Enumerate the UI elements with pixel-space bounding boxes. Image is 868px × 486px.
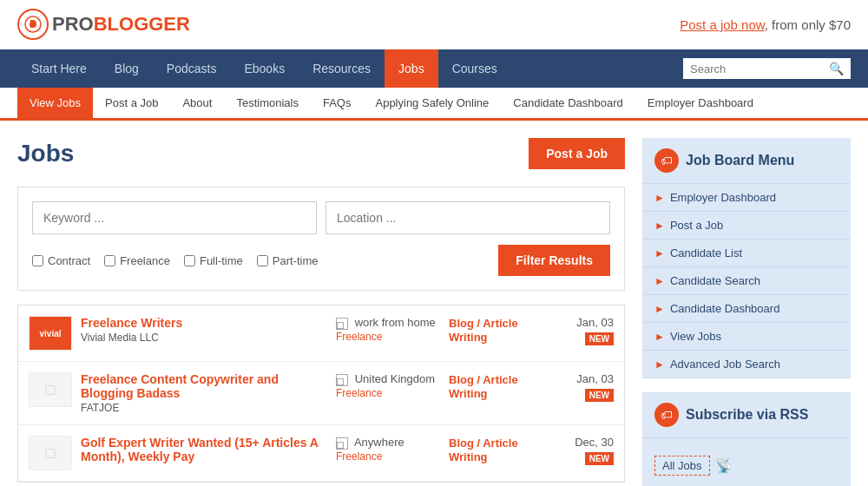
sidebar-link-employer-dashboard[interactable]: Employer Dashboard (670, 191, 776, 204)
sidebar-link-candidate-search[interactable]: Candidate Search (670, 274, 760, 287)
sub-nav-employer-dashboard[interactable]: Employer Dashboard (635, 88, 766, 118)
job-list: vivial Freelance Writers Vivial Media LL… (17, 305, 625, 483)
nav-item-start-here[interactable]: Start Here (17, 49, 101, 88)
location-icon-1: □ (336, 374, 348, 386)
job-title-0[interactable]: Freelance Writers (81, 316, 182, 330)
search-inputs (32, 201, 610, 234)
sidebar-item-post-a-job[interactable]: ► Post a Job (642, 212, 851, 240)
post-job-cta-link[interactable]: Post a job now (680, 17, 765, 32)
rss-header-icon: 🏷 (654, 403, 679, 427)
sidebar-link-candidate-dashboard[interactable]: Candidate Dashboard (670, 302, 779, 315)
main-search-box: 🔍 (683, 58, 851, 79)
job-date-2: Dec, 30 NEW (553, 436, 614, 465)
sub-nav: View Jobs Post a Job About Testimonials … (0, 88, 868, 121)
left-content: Jobs Post a Job Contract Freelance (17, 138, 625, 486)
job-category-link-1[interactable]: Blog / Article Writing (449, 373, 518, 400)
job-category-link-0[interactable]: Blog / Article Writing (449, 317, 518, 344)
logo-icon: P (17, 9, 49, 40)
arrow-icon-0: ► (654, 192, 665, 204)
main-nav: Start Here Blog Podcasts Ebooks Resource… (0, 49, 868, 88)
job-board-menu-icon: 🏷 (654, 148, 679, 173)
location-icon-0: □ (336, 318, 348, 330)
sidebar-link-candidate-list[interactable]: Candidate List (670, 246, 742, 259)
arrow-icon-5: ► (654, 331, 665, 343)
table-row: □ Golf Expert Writer Wanted (15+ Article… (18, 425, 624, 482)
filter-parttime-checkbox[interactable] (257, 255, 268, 266)
sidebar-link-advanced-job-search[interactable]: Advanced Job Search (670, 358, 780, 371)
nav-item-ebooks[interactable]: Ebooks (230, 49, 299, 88)
job-category-1: Blog / Article Writing (449, 372, 544, 400)
job-location-1: □ United Kingdom Freelance (336, 372, 440, 399)
sub-nav-about[interactable]: About (170, 88, 224, 118)
filter-fulltime-checkbox[interactable] (184, 255, 195, 266)
table-row: □ Freelance Content Copywriter and Blogg… (18, 362, 624, 425)
nav-item-podcasts[interactable]: Podcasts (153, 49, 231, 88)
arrow-icon-3: ► (654, 275, 665, 287)
sidebar-item-advanced-job-search[interactable]: ► Advanced Job Search (642, 351, 851, 378)
new-badge-2: NEW (585, 452, 614, 465)
main-content: Jobs Post a Job Contract Freelance (0, 121, 868, 486)
job-board-menu-header: 🏷 Job Board Menu (642, 138, 851, 184)
job-board-menu-title: Job Board Menu (686, 153, 794, 168)
svg-text:P: P (30, 18, 36, 30)
sub-nav-faqs[interactable]: FAQs (311, 88, 364, 118)
post-job-button[interactable]: Post a Job (529, 138, 625, 169)
rss-section: All Jobs 📡 (642, 438, 851, 486)
job-logo-vivial: vivial (29, 316, 72, 351)
rss-card: 🏷 Subscribe via RSS All Jobs 📡 (642, 392, 851, 486)
location-input[interactable] (326, 201, 610, 234)
job-company-0: Vivial Media LLC (81, 332, 327, 344)
location-icon-2: □ (336, 437, 348, 450)
page-title: Jobs (17, 140, 74, 167)
nav-item-courses[interactable]: Courses (438, 49, 511, 88)
sidebar-item-view-jobs[interactable]: ► View Jobs (642, 323, 851, 351)
main-nav-list: Start Here Blog Podcasts Ebooks Resource… (17, 49, 511, 88)
sidebar-item-candidate-dashboard[interactable]: ► Candidate Dashboard (642, 295, 851, 323)
main-search-input[interactable] (690, 62, 829, 76)
sidebar-link-view-jobs[interactable]: View Jobs (670, 330, 721, 343)
logo-label: PROBLOGGER (52, 13, 190, 36)
arrow-icon-6: ► (654, 358, 665, 371)
rss-all-jobs-link[interactable]: All Jobs (654, 456, 710, 476)
sidebar-item-candidate-list[interactable]: ► Candidate List (642, 240, 851, 267)
filter-contract-checkbox[interactable] (32, 255, 43, 266)
job-title-2[interactable]: Golf Expert Writer Wanted (15+ Articles … (81, 436, 318, 463)
sidebar-item-employer-dashboard[interactable]: ► Employer Dashboard (642, 184, 851, 212)
job-category-link-2[interactable]: Blog / Article Writing (449, 437, 518, 463)
filter-row: Contract Freelance Full-time Part-time F… (32, 245, 610, 276)
sub-nav-testimonials[interactable]: Testimonials (224, 88, 311, 118)
arrow-icon-4: ► (654, 303, 665, 315)
filter-contract[interactable]: Contract (32, 254, 90, 267)
job-logo-1: □ (29, 372, 72, 407)
top-header: P PROBLOGGER Post a job now, from only $… (0, 0, 868, 49)
job-title-1[interactable]: Freelance Content Copywriter and Bloggin… (81, 372, 279, 400)
post-job-cta: Post a job now, from only $70 (680, 17, 851, 32)
rss-feed-icon: 📡 (715, 457, 733, 474)
nav-item-jobs[interactable]: Jobs (385, 49, 438, 88)
main-search-button[interactable]: 🔍 (829, 62, 844, 76)
job-main-2: Golf Expert Writer Wanted (15+ Articles … (81, 436, 327, 465)
job-board-menu-card: 🏷 Job Board Menu ► Employer Dashboard ► … (642, 138, 851, 378)
sub-nav-applying-safely[interactable]: Applying Safely Online (363, 88, 501, 118)
keyword-input[interactable] (32, 201, 317, 234)
filter-results-button[interactable]: Filter Results (498, 245, 610, 276)
sidebar-item-candidate-search[interactable]: ► Candidate Search (642, 267, 851, 295)
logo[interactable]: P PROBLOGGER (17, 9, 190, 40)
sidebar: 🏷 Job Board Menu ► Employer Dashboard ► … (642, 138, 851, 486)
filter-parttime[interactable]: Part-time (257, 254, 319, 267)
job-logo-2: □ (29, 436, 72, 470)
sub-nav-candidate-dashboard[interactable]: Candidate Dashboard (501, 88, 635, 118)
filter-freelance-checkbox[interactable] (104, 255, 115, 266)
filter-fulltime[interactable]: Full-time (184, 254, 243, 267)
nav-item-resources[interactable]: Resources (299, 49, 385, 88)
sidebar-link-post-a-job[interactable]: Post a Job (670, 219, 723, 232)
job-category-2: Blog / Article Writing (449, 436, 544, 463)
filter-freelance[interactable]: Freelance (104, 254, 170, 267)
nav-item-blog[interactable]: Blog (101, 49, 153, 88)
new-badge-0: NEW (585, 332, 614, 345)
sub-nav-view-jobs[interactable]: View Jobs (17, 88, 93, 118)
sub-nav-post-a-job[interactable]: Post a Job (93, 88, 170, 118)
job-date-1: Jan, 03 NEW (553, 372, 614, 402)
table-row: vivial Freelance Writers Vivial Media LL… (18, 305, 624, 362)
arrow-icon-2: ► (654, 247, 665, 259)
